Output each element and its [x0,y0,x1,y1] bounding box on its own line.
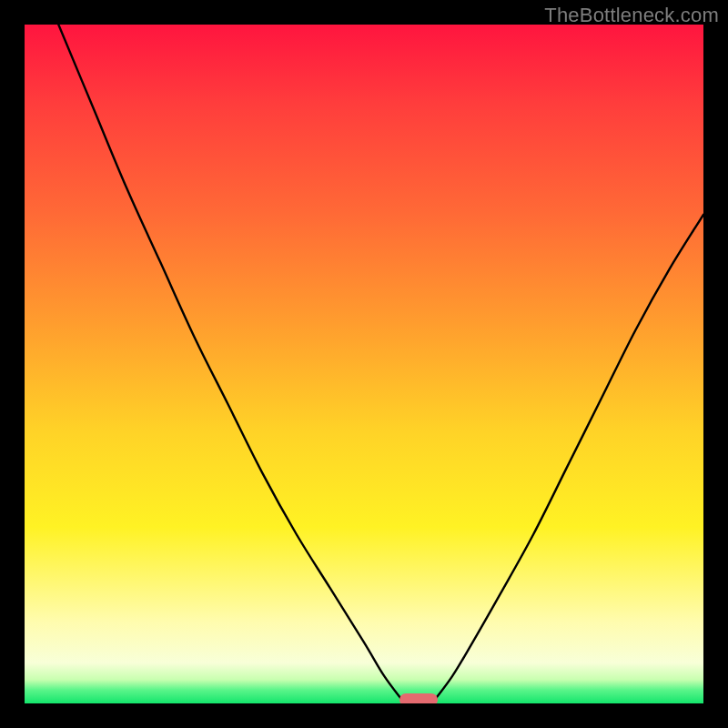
curve-left-branch [58,25,404,703]
plot-area [25,25,703,703]
bottleneck-curve [25,25,703,703]
curve-right-branch [432,215,703,703]
optimal-marker [399,693,438,703]
chart-frame: TheBottleneck.com [0,0,728,728]
